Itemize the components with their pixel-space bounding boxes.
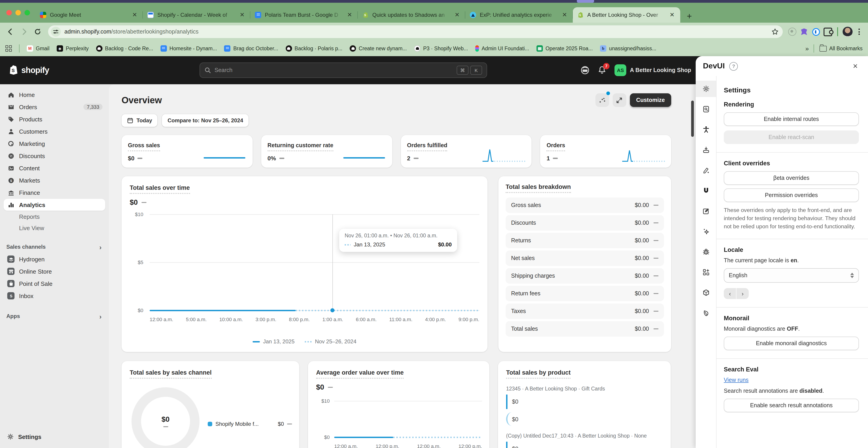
enable-internal-routes-button[interactable]: Enable internal routes — [724, 112, 859, 126]
sidebar-item-content[interactable]: Content — [4, 162, 105, 174]
fullscreen-button[interactable] — [613, 93, 626, 107]
sidebar-item-orders[interactable]: Orders 7,333 — [4, 101, 105, 113]
enable-search-result-annotations-button[interactable]: Enable search result annotations — [724, 399, 859, 412]
tab-google-meet[interactable]: Google Meet ✕ — [35, 7, 143, 23]
permission-overrides-button[interactable]: Permission overrides — [724, 188, 859, 202]
tab-a-better-looking-shop[interactable]: S A Better Looking Shop - Over ✕ — [573, 7, 680, 23]
metric-card-gross-sales[interactable]: Gross sales $0 — [122, 135, 253, 168]
locale-next-button[interactable]: › — [737, 288, 749, 299]
help-icon[interactable]: ? — [729, 62, 738, 70]
sidebar-item-marketing[interactable]: Marketing — [4, 138, 105, 149]
notifications-bell-icon[interactable]: 7 — [598, 66, 606, 75]
tab-close-icon[interactable]: ✕ — [346, 11, 353, 19]
bookmark-backlog-polaris[interactable]: Backlog · Polaris p... — [285, 45, 342, 51]
page-scrollbar[interactable] — [691, 101, 694, 137]
devui-tab-leaf[interactable] — [696, 305, 716, 321]
reload-button[interactable] — [32, 26, 43, 38]
devui-tab-install[interactable] — [696, 142, 716, 158]
sidebar-item-markets[interactable]: $ Markets — [4, 174, 105, 186]
site-settings-icon[interactable] — [51, 27, 61, 37]
sidebar-item-hydrogen[interactable]: Hydrogen — [4, 253, 105, 265]
sales-by-product-card[interactable]: Total sales by product 12345 · A Better … — [498, 361, 671, 448]
window-zoom-button[interactable] — [25, 10, 30, 15]
breakdown-row[interactable]: Discounts$0.00 — [506, 215, 664, 231]
devui-tab-package[interactable] — [696, 284, 716, 301]
locale-select[interactable]: English — [724, 268, 859, 283]
store-menu[interactable]: AS A Better Looking Shop — [615, 64, 691, 76]
bookmark-operate-2025[interactable]: Operate 2025 Roa... — [536, 45, 593, 51]
devui-tab-bug[interactable] — [696, 244, 716, 260]
apps-header[interactable]: Apps — [6, 310, 101, 322]
extension-purple-icon[interactable] — [799, 27, 809, 37]
apps-grid-icon[interactable] — [5, 45, 12, 51]
bookmarks-overflow-chevron[interactable]: » — [805, 45, 808, 52]
metric-card-orders-fulfilled[interactable]: Orders fulfilled 2 — [401, 135, 532, 168]
sidebar-item-settings[interactable]: Settings — [4, 431, 105, 443]
url-text[interactable]: admin.shopify.com/store/abetterlookingsh… — [64, 29, 770, 35]
bookmark-perplexity[interactable]: Perplexity — [57, 45, 89, 51]
window-close-button[interactable] — [6, 10, 12, 15]
tab-polaris-team-burst[interactable]: Polaris Team Burst - Google D ✕ — [250, 7, 358, 23]
bookmark-p3-shopify-web[interactable]: P3 · Shopify Web... — [414, 45, 468, 51]
bookmark-create-new-dynam[interactable]: Create new dynam... — [350, 45, 407, 51]
tab-close-icon[interactable]: ✕ — [561, 11, 568, 19]
tab-exp-unified-analytics[interactable]: ExP: Unified analytics experie ✕ — [465, 7, 573, 23]
tab-close-icon[interactable]: ✕ — [239, 11, 246, 19]
view-runs-link[interactable]: View runs — [724, 377, 748, 383]
sales-by-channel-card[interactable]: Total sales by sales channel $0 Shopify … — [122, 361, 299, 448]
devui-tab-settings[interactable] — [696, 81, 716, 97]
bookmark-admin-ui-foundations[interactable]: Admin UI Foundati... — [475, 45, 529, 51]
breakdown-row[interactable]: Net sales$0.00 — [506, 250, 664, 266]
devui-tab-theme[interactable] — [696, 162, 716, 178]
bookmark-star-icon[interactable] — [770, 27, 780, 37]
close-icon[interactable]: × — [850, 61, 861, 71]
all-bookmarks-button[interactable]: All Bookmarks — [819, 45, 863, 51]
devui-tab-edit[interactable] — [696, 203, 716, 219]
total-sales-breakdown-card[interactable]: Total sales breakdown Gross sales$0.00 D… — [498, 176, 671, 352]
bookmark-brag-doc[interactable]: Brag doc October... — [224, 45, 278, 51]
enable-monorail-diagnostics-button[interactable]: Enable monorail diagnostics — [724, 337, 859, 350]
total-sales-over-time-card[interactable]: Total sales over time $0 $10 $5 $0 — [122, 176, 488, 352]
browser-menu-icon[interactable] — [855, 27, 864, 37]
devui-tab-magnet[interactable] — [696, 182, 716, 199]
sidebar-item-home[interactable]: Home — [4, 89, 105, 101]
new-tab-button[interactable]: + — [683, 10, 696, 23]
breakdown-row[interactable]: Returns$0.00 — [506, 233, 664, 248]
tab-shopify-calendar[interactable]: Shopify - Calendar - Week of ✕ — [143, 7, 250, 23]
sidebar-item-products[interactable]: Products — [4, 113, 105, 125]
metric-card-returning-customer-rate[interactable]: Returning customer rate 0% — [261, 135, 392, 168]
extensions-puzzle-icon[interactable] — [823, 27, 833, 37]
devui-tab-blocks[interactable] — [696, 264, 716, 280]
admin-search-input[interactable]: Search ⌘ K — [199, 63, 487, 78]
sidebar-item-point-of-sale[interactable]: Point of Sale — [4, 278, 105, 289]
extension-radar-icon[interactable] — [787, 27, 797, 37]
average-order-value-card[interactable]: Average order value over time $0 $10 $0 … — [308, 361, 489, 448]
url-bar[interactable]: admin.shopify.com/store/abetterlookingsh… — [48, 25, 783, 38]
sidebar-item-live-view[interactable]: Live View — [4, 222, 105, 234]
breakdown-row[interactable]: Return fees$0.00 — [506, 286, 664, 301]
devui-tab-accessibility[interactable] — [696, 122, 716, 138]
breakdown-row[interactable]: Shipping charges$0.00 — [506, 268, 664, 283]
breakdown-row[interactable]: Taxes$0.00 — [506, 304, 664, 319]
breakdown-row[interactable]: Total sales$0.00 — [506, 321, 664, 337]
back-button[interactable] — [4, 26, 16, 38]
locale-prev-button[interactable]: ‹ — [724, 288, 737, 299]
sidekick-icon[interactable] — [581, 66, 590, 75]
breakdown-row[interactable]: Gross sales$0.00 — [506, 198, 664, 213]
metric-card-orders[interactable]: Orders 1 — [540, 135, 672, 168]
compare-button[interactable]: Compare to: Nov 25–26, 2024 — [162, 114, 249, 127]
beta-overrides-button[interactable]: βeta overrides — [724, 171, 859, 185]
date-range-button[interactable]: Today — [122, 114, 158, 127]
profile-avatar[interactable] — [843, 27, 852, 37]
sidebar-item-customers[interactable]: Customers — [4, 126, 105, 137]
customize-button[interactable]: Customize — [630, 93, 671, 107]
sales-channels-header[interactable]: Sales channels — [6, 241, 101, 253]
sidebar-item-inbox[interactable]: S Inbox — [4, 290, 105, 302]
tab-close-icon[interactable]: ✕ — [454, 11, 461, 19]
window-minimize-button[interactable] — [16, 10, 21, 15]
tab-quick-updates-shadows[interactable]: S Quick updates to Shadows an ✕ — [358, 7, 465, 23]
tab-close-icon[interactable]: ✕ — [669, 11, 676, 19]
sidebar-item-finance[interactable]: Finance — [4, 186, 105, 198]
sidebar-item-discounts[interactable]: Discounts — [4, 150, 105, 162]
devui-tab-sparkle[interactable] — [696, 223, 716, 240]
